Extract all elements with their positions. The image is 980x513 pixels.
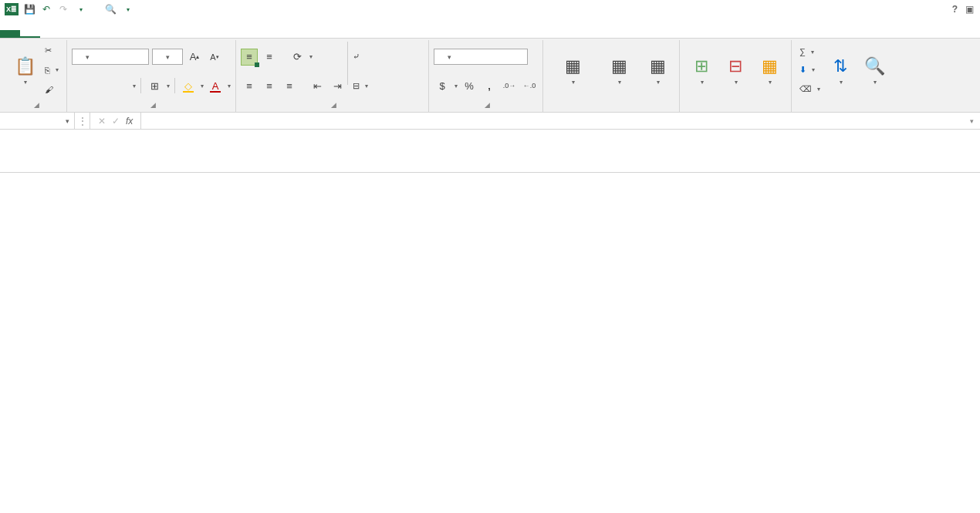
- italic-button[interactable]: [92, 77, 109, 94]
- help-icon[interactable]: ?: [952, 4, 958, 15]
- enter-icon[interactable]: ✓: [112, 116, 120, 127]
- fill-color-button[interactable]: ◇: [180, 77, 197, 94]
- format-table-button[interactable]: ▦▾: [597, 42, 640, 98]
- underline-button[interactable]: [112, 77, 129, 94]
- copy-dropdown-icon[interactable]: ▾: [56, 66, 59, 73]
- fill-icon: ⬇: [799, 65, 806, 75]
- clipboard-dialog-icon[interactable]: ◢: [34, 101, 39, 109]
- paste-icon: 📋: [12, 54, 37, 79]
- chevron-down-icon: ▾: [840, 79, 843, 86]
- chevron-down-icon[interactable]: ▾: [817, 86, 820, 93]
- percent-icon[interactable]: %: [461, 77, 478, 94]
- sigma-icon: ∑: [799, 47, 806, 56]
- increase-indent-icon[interactable]: ⇥: [329, 77, 346, 94]
- chevron-down-icon: ▾: [735, 79, 738, 86]
- decrease-decimal-icon[interactable]: ←.0: [521, 77, 538, 94]
- underline-dropdown-icon[interactable]: ▾: [133, 83, 136, 89]
- wrap-text-button[interactable]: ⤶: [350, 50, 371, 63]
- merge-center-button[interactable]: ⊟▾: [350, 79, 371, 93]
- brush-icon: 🖌: [45, 85, 53, 94]
- find-select-button[interactable]: 🔍▾: [857, 42, 891, 98]
- number-format-combo[interactable]: ▾: [434, 49, 528, 65]
- tab-home[interactable]: [20, 29, 40, 38]
- borders-button[interactable]: ⊞: [146, 77, 163, 94]
- decrease-indent-icon[interactable]: ⇤: [309, 77, 326, 94]
- currency-dropdown-icon[interactable]: ▾: [455, 83, 458, 89]
- delete-cells-button[interactable]: ⊟▾: [718, 42, 752, 98]
- chevron-down-icon: ▾: [66, 117, 69, 125]
- group-cells: ⊞▾ ⊟▾ ▦▾: [680, 40, 792, 112]
- fill-button[interactable]: ⬇▾: [796, 63, 823, 76]
- bold-button[interactable]: [72, 77, 89, 94]
- align-left-icon[interactable]: ≡: [241, 77, 258, 94]
- number-dialog-icon[interactable]: ◢: [485, 101, 490, 109]
- align-middle-icon[interactable]: ≡: [261, 49, 278, 66]
- cell-styles-button[interactable]: ▦▾: [640, 42, 674, 98]
- font-name-combo[interactable]: ▾: [72, 49, 149, 65]
- align-right-icon[interactable]: ≡: [281, 77, 298, 94]
- paste-dropdown-icon[interactable]: ▾: [24, 79, 27, 86]
- fx-icon[interactable]: fx: [126, 116, 133, 127]
- sort-filter-button[interactable]: ⇅▾: [823, 42, 857, 98]
- tab-review[interactable]: [120, 30, 140, 38]
- chevron-down-icon[interactable]: ▾: [811, 49, 814, 56]
- format-painter-button[interactable]: 🖌: [42, 83, 62, 96]
- merge-icon: ⊟: [353, 81, 360, 91]
- save-icon[interactable]: 💾: [23, 3, 35, 15]
- paste-button[interactable]: 📋 ▾: [8, 42, 42, 98]
- tab-insert[interactable]: [40, 30, 60, 38]
- font-size-combo[interactable]: ▾: [152, 49, 183, 65]
- zoom-icon[interactable]: 🔍: [104, 3, 117, 15]
- group-number: ▾ $▾ % , .0→ ←.0 ◢: [429, 40, 543, 112]
- copy-button[interactable]: ⎘▾: [42, 64, 62, 76]
- tab-data[interactable]: [100, 30, 120, 38]
- alignment-dialog-icon[interactable]: ◢: [331, 101, 336, 109]
- align-top-icon[interactable]: ≡: [241, 49, 258, 66]
- group-editing: ∑▾ ⬇▾ ⌫▾ ⇅▾ 🔍▾: [792, 40, 896, 112]
- ribbon-toggle-icon[interactable]: ▣: [965, 4, 974, 15]
- group-clipboard: 📋 ▾ ✂ ⎘▾ 🖌 ◢: [3, 40, 67, 112]
- fontcolor-dropdown-icon[interactable]: ▾: [228, 83, 231, 89]
- redo-icon[interactable]: ↷: [57, 3, 69, 15]
- orientation-icon[interactable]: ⟳: [289, 49, 306, 66]
- insert-cells-button[interactable]: ⊞▾: [684, 42, 718, 98]
- cond-format-icon: ▦: [560, 54, 585, 79]
- expand-formula-icon[interactable]: ▾: [970, 117, 974, 125]
- orientation-dropdown-icon[interactable]: ▾: [309, 53, 313, 60]
- find-icon: 🔍: [862, 54, 887, 79]
- align-center-icon[interactable]: ≡: [261, 77, 278, 94]
- quick-access-toolbar: X≣ 💾 ↶ ↷ ▾ 🔍 ▾: [0, 3, 139, 15]
- conditional-formatting-button[interactable]: ▦▾: [548, 42, 597, 98]
- chevron-down-icon[interactable]: ▾: [812, 66, 815, 73]
- currency-icon[interactable]: $: [434, 77, 451, 94]
- tab-view[interactable]: [140, 30, 161, 38]
- borders-dropdown-icon[interactable]: ▾: [167, 83, 170, 89]
- format-cells-button[interactable]: ▦▾: [752, 42, 786, 98]
- font-dialog-icon[interactable]: ◢: [150, 101, 156, 109]
- font-color-button[interactable]: A: [207, 77, 224, 94]
- cut-button[interactable]: ✂: [42, 44, 62, 57]
- qat-more-icon[interactable]: ▾: [75, 3, 87, 15]
- tab-pagelayout[interactable]: [60, 30, 80, 38]
- zoom-more-icon[interactable]: ▾: [122, 3, 134, 15]
- wrap-icon: ⤶: [353, 52, 360, 62]
- merge-dropdown-icon[interactable]: ▾: [365, 83, 368, 89]
- undo-icon[interactable]: ↶: [40, 3, 52, 15]
- autosum-button[interactable]: ∑▾: [796, 46, 823, 58]
- cellstyles-icon: ▦: [645, 54, 670, 79]
- increase-decimal-icon[interactable]: .0→: [501, 77, 518, 94]
- clear-button[interactable]: ⌫▾: [796, 83, 823, 96]
- tab-formulas[interactable]: [80, 30, 100, 38]
- comma-icon[interactable]: ,: [481, 77, 498, 94]
- increase-font-icon[interactable]: A▴: [186, 49, 203, 66]
- tab-file[interactable]: [0, 30, 20, 38]
- cancel-icon[interactable]: ✕: [98, 116, 106, 127]
- insert-icon: ⊞: [689, 54, 714, 79]
- ribbon: 📋 ▾ ✂ ⎘▾ 🖌 ◢ ▾ ▾ A▴ A▾ ▾: [0, 39, 980, 113]
- name-box[interactable]: ▾: [0, 113, 75, 129]
- chevron-down-icon: ▾: [572, 79, 575, 86]
- fill-dropdown-icon[interactable]: ▾: [201, 83, 204, 89]
- decrease-font-icon[interactable]: A▾: [206, 49, 223, 66]
- table-icon: ▦: [607, 54, 631, 79]
- formula-input[interactable]: ▾: [141, 113, 980, 129]
